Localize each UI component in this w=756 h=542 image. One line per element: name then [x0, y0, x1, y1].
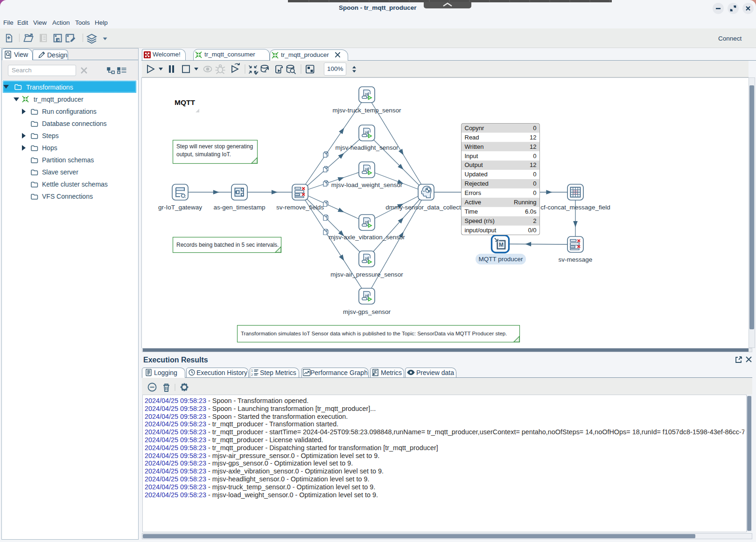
svg-text:JS: JS	[364, 167, 369, 172]
svg-text:as-gen_timestamp: as-gen_timestamp	[213, 204, 265, 211]
svg-text:Rejected: Rejected	[465, 180, 489, 187]
svg-text:JS: JS	[364, 220, 369, 224]
svg-text:Step will never stop generatin: Step will never stop generating	[176, 143, 253, 150]
svg-text:gr-IoT_gateway: gr-IoT_gateway	[158, 204, 202, 211]
svg-text:12: 12	[530, 161, 536, 168]
svg-text:Input: Input	[465, 153, 478, 160]
svg-text:cf-concat_message_field: cf-concat_message_field	[540, 204, 610, 211]
svg-text:input/output: input/output	[465, 227, 497, 234]
svg-text:12: 12	[530, 134, 536, 141]
svg-text:12: 12	[530, 143, 536, 150]
svg-text:mjsv-load_weight_sensor: mjsv-load_weight_sensor	[331, 181, 403, 188]
svg-text:1: 1	[251, 369, 253, 372]
svg-text:0: 0	[533, 171, 536, 178]
svg-text:mjsv-gps_sensor: mjsv-gps_sensor	[343, 308, 391, 315]
svg-text:Copynr: Copynr	[465, 125, 485, 132]
svg-text:mjsv-truck_temp_sensor: mjsv-truck_temp_sensor	[332, 107, 401, 114]
svg-text:MQTT producer: MQTT producer	[478, 256, 523, 263]
svg-text:Output: Output	[465, 161, 483, 168]
svg-text:Updated: Updated	[465, 171, 488, 178]
svg-text:sv-remove_fields: sv-remove_fields	[276, 204, 324, 211]
svg-text:mjsv-axle_vibration_sensor: mjsv-axle_vibration_sensor	[329, 234, 405, 241]
svg-text:JS: JS	[364, 131, 369, 135]
svg-text:0/0: 0/0	[528, 227, 536, 234]
svg-text:MQTT: MQTT	[175, 98, 195, 106]
svg-text:M: M	[499, 242, 504, 248]
svg-text:Active: Active	[465, 199, 481, 206]
svg-text:mjsv-air_pressure_sensor: mjsv-air_pressure_sensor	[330, 271, 403, 278]
svg-text:Time: Time	[465, 208, 478, 215]
svg-text:Records being batched in 5 sec: Records being batched in 5 sec intervals…	[176, 242, 279, 248]
svg-text:6.0s: 6.0s	[525, 208, 537, 215]
svg-text:sv-message: sv-message	[559, 256, 593, 263]
svg-text:0: 0	[533, 189, 536, 196]
svg-text:JS: JS	[364, 257, 369, 261]
svg-text:dmmy-sensor_data_collector: dmmy-sensor_data_collector	[385, 204, 467, 211]
svg-text:Transformation simulates IoT S: Transformation simulates IoT Sensor data…	[241, 331, 507, 336]
svg-text:Read: Read	[465, 134, 479, 141]
svg-text:mjsv-headlight_sensor: mjsv-headlight_sensor	[335, 144, 399, 151]
svg-text:Errors: Errors	[465, 189, 482, 196]
svg-text:0: 0	[533, 153, 536, 160]
svg-text:JS: JS	[364, 92, 369, 97]
svg-text:JS: JS	[364, 294, 369, 298]
svg-text:output, simulating IoT.: output, simulating IoT.	[176, 151, 231, 158]
svg-text:Written: Written	[465, 143, 484, 150]
svg-text:Running: Running	[514, 199, 536, 206]
svg-text:0: 0	[533, 180, 536, 187]
svg-text:2: 2	[533, 217, 536, 224]
svg-text:0: 0	[533, 125, 536, 132]
svg-text:2: 2	[251, 373, 253, 376]
svg-text:Speed (r/s): Speed (r/s)	[465, 217, 495, 224]
